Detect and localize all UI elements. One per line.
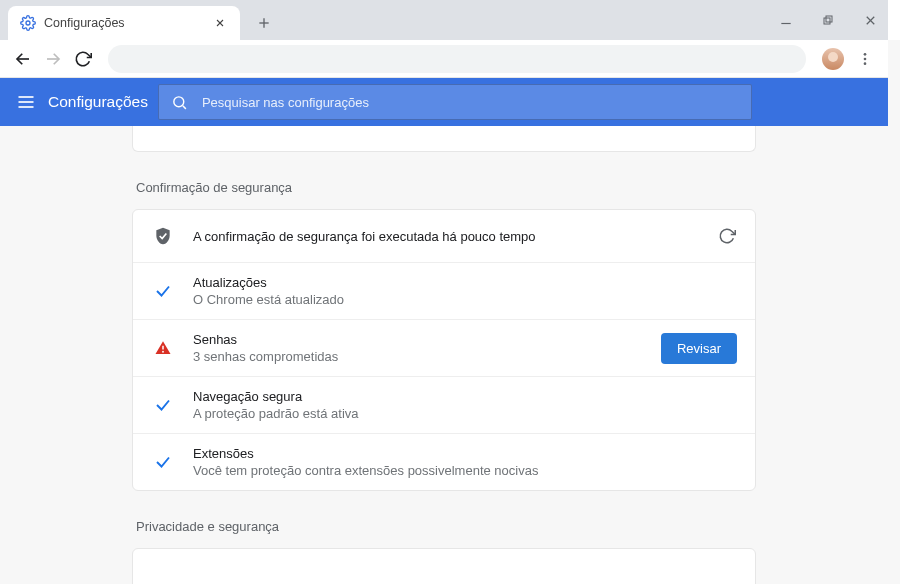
address-bar[interactable] <box>108 45 806 73</box>
updates-title: Atualizações <box>193 275 737 290</box>
passwords-row[interactable]: Senhas 3 senhas comprometidas Revisar <box>133 319 755 376</box>
updates-sub: O Chrome está atualizado <box>193 292 737 307</box>
gear-icon <box>20 15 36 31</box>
page-title: Configurações <box>48 93 148 111</box>
search-icon <box>171 94 188 111</box>
active-tab[interactable]: Configurações <box>8 6 240 40</box>
svg-rect-6 <box>824 18 830 24</box>
menu-icon[interactable] <box>14 90 38 114</box>
svg-line-19 <box>183 105 186 108</box>
svg-point-14 <box>864 62 867 65</box>
svg-rect-7 <box>826 16 832 22</box>
safety-overall-text: A confirmação de segurança foi executada… <box>193 229 717 244</box>
content-area: Confirmação de segurança A confirmação d… <box>0 126 888 584</box>
window-restore-button[interactable] <box>816 8 840 32</box>
window-minimize-button[interactable] <box>774 8 798 32</box>
safety-overall-row: A confirmação de segurança foi executada… <box>133 210 755 262</box>
warning-icon <box>151 339 175 357</box>
window-close-button[interactable] <box>858 8 882 32</box>
browser-menu-button[interactable] <box>850 44 880 74</box>
safe-browsing-row[interactable]: Navegação segura A proteção padrão está … <box>133 376 755 433</box>
safe-browsing-sub: A proteção padrão está ativa <box>193 406 737 421</box>
svg-point-18 <box>174 96 184 106</box>
svg-point-21 <box>162 351 164 353</box>
passwords-sub: 3 senhas comprometidas <box>193 349 661 364</box>
settings-header: Configurações <box>0 78 888 126</box>
review-passwords-button[interactable]: Revisar <box>661 333 737 364</box>
passwords-title: Senhas <box>193 332 661 347</box>
check-icon <box>151 453 175 471</box>
section-title-safety: Confirmação de segurança <box>136 180 756 195</box>
section-title-privacy: Privacidade e segurança <box>136 519 756 534</box>
tab-title: Configurações <box>44 16 212 30</box>
nav-forward-button[interactable] <box>38 44 68 74</box>
check-icon <box>151 396 175 414</box>
rerun-safety-check-button[interactable] <box>717 226 737 246</box>
profile-avatar[interactable] <box>822 48 844 70</box>
check-icon <box>151 282 175 300</box>
safe-browsing-title: Navegação segura <box>193 389 737 404</box>
previous-card-stub <box>132 126 756 152</box>
new-tab-button[interactable] <box>250 9 278 37</box>
nav-back-button[interactable] <box>8 44 38 74</box>
safety-check-card: A confirmação de segurança foi executada… <box>132 209 756 491</box>
close-tab-icon[interactable] <box>212 15 228 31</box>
reload-button[interactable] <box>68 44 98 74</box>
tab-strip: Configurações <box>0 0 888 40</box>
svg-point-13 <box>864 57 867 60</box>
extensions-row[interactable]: Extensões Você tem proteção contra exten… <box>133 433 755 490</box>
toolbar-row <box>0 40 888 78</box>
svg-point-12 <box>864 53 867 56</box>
svg-point-0 <box>26 21 30 25</box>
privacy-card-top <box>132 548 756 584</box>
shield-icon <box>151 226 175 246</box>
updates-row[interactable]: Atualizações O Chrome está atualizado <box>133 262 755 319</box>
extensions-sub: Você tem proteção contra extensões possi… <box>193 463 737 478</box>
scrollbar[interactable] <box>888 40 900 584</box>
extensions-title: Extensões <box>193 446 737 461</box>
search-box[interactable] <box>158 84 752 120</box>
search-input[interactable] <box>202 95 739 110</box>
